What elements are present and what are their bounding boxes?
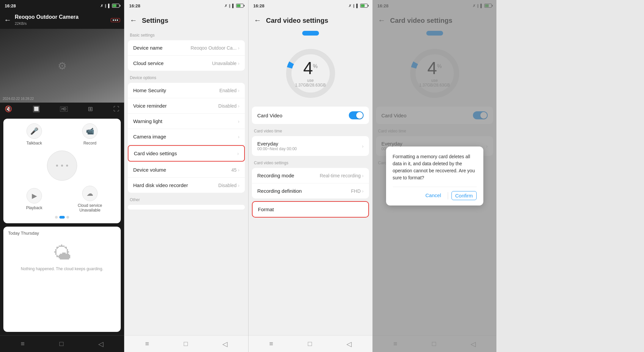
cloud-guard-icon: 🌤 (53, 242, 71, 264)
talkback-button[interactable]: 🎤 Talkback (8, 123, 60, 145)
dialog-divider (448, 192, 448, 199)
hard-disk-value: Disabled › (218, 183, 239, 188)
cloud-service-row[interactable]: Cloud service Unavailable › (128, 56, 245, 71)
record-icon: 📹 (82, 123, 98, 139)
signal-icon-2: ▌ (232, 4, 235, 8)
dot-active (59, 216, 65, 219)
cv-time-row[interactable]: Everyday 00:00~Next day 00:00 › (252, 136, 369, 156)
nav-menu-icon-2[interactable]: ≡ (145, 340, 149, 348)
storage-used: use 1.37GB/28.63GB (295, 78, 326, 87)
camera-gear-icon: ⚙ (58, 60, 67, 72)
back-button-1[interactable]: ← (4, 16, 11, 24)
nav-menu-icon-3[interactable]: ≡ (269, 340, 273, 348)
back-button-3[interactable]: ← (254, 16, 261, 25)
dialog-overlay: Formatting a memory card deletes all dat… (373, 0, 496, 352)
card-video-settings-value: › (237, 151, 239, 156)
dot3 (66, 165, 68, 167)
battery-icon-3 (360, 4, 368, 8)
battery-icon-1 (112, 4, 119, 8)
camera-speed: 22KB/s (15, 21, 26, 25)
storage-circle-area: 4% use 1.37GB/28.63GB (249, 38, 372, 105)
device-name-row[interactable]: Device name Reoqoo Outdoor Ca... › (128, 40, 245, 56)
battery-icon-2 (236, 4, 244, 8)
record-label: Record (84, 141, 97, 145)
joystick-area (8, 149, 116, 182)
playback-button[interactable]: ▶ Playback (8, 188, 60, 210)
nav-back-icon-3[interactable]: ◁ (346, 340, 352, 348)
recording-def-label: Recording definition (257, 188, 302, 194)
today-title: Today Thursday (8, 231, 116, 236)
today-section: Today Thursday 🌤 Nothing happened. The c… (3, 227, 121, 332)
card-video-header: ← Card video settings (249, 11, 372, 30)
dot1 (56, 165, 58, 167)
home-security-label: Home Security (133, 87, 166, 93)
chevron-vr: › (238, 103, 239, 109)
dot-inactive-1 (55, 216, 58, 219)
recording-mode-row[interactable]: Recording mode Real-time recording › (252, 168, 369, 183)
joystick-dots (55, 164, 69, 168)
voice-reminder-row[interactable]: Voice reminder Disabled › (128, 98, 245, 114)
nav-back-icon-1[interactable]: ◁ (98, 340, 103, 348)
joystick-control[interactable] (47, 151, 77, 181)
bottom-nav-3: ≡ □ ◁ (249, 335, 372, 352)
warning-light-row[interactable]: Warning light › (128, 114, 245, 129)
hd-icon[interactable]: HD (60, 107, 67, 112)
card-video-settings-row[interactable]: Card video settings › (128, 145, 245, 162)
cloud-service-value: Unavailable › (212, 61, 239, 66)
card-video-toggle[interactable] (349, 111, 364, 119)
wifi-icon: ∥ (105, 4, 107, 8)
recording-mode-label: Recording mode (257, 173, 294, 178)
cv-time-info: Everyday 00:00~Next day 00:00 (257, 141, 297, 151)
confirm-button[interactable]: Confirm (451, 191, 477, 200)
chevron-2: › (238, 61, 239, 66)
device-name-value: Reoqoo Outdoor Ca... › (191, 45, 239, 51)
chevron-rm: › (362, 173, 364, 178)
camera-image-row[interactable]: Camera image › (128, 129, 245, 144)
section-label-basic: Basic settings (124, 30, 248, 39)
record-button[interactable]: 📹 Record (64, 123, 116, 145)
back-button-2[interactable]: ← (130, 16, 137, 25)
other-placeholder (128, 205, 245, 210)
ai-icon[interactable]: 🔲 (33, 105, 40, 113)
playback-label: Playback (26, 206, 43, 210)
chevron-hs: › (238, 88, 239, 93)
nav-home-icon-3[interactable]: □ (308, 340, 312, 348)
cv-settings-card: Recording mode Real-time recording › Rec… (252, 168, 369, 198)
device-volume-label: Device volume (133, 167, 166, 173)
card-video-title: Card video settings (266, 17, 328, 24)
nav-home-icon-1[interactable]: □ (59, 340, 63, 348)
recording-mode-value: Real-time recording › (320, 173, 364, 178)
cancel-button[interactable]: Cancel (422, 191, 444, 200)
basic-settings-card: Device name Reoqoo Outdoor Ca... › Cloud… (128, 40, 245, 71)
bottom-nav-1: ≡ □ ◁ (0, 335, 124, 352)
mute-icon[interactable]: 🔇 (5, 105, 12, 113)
split-icon[interactable]: ⊞ (88, 105, 93, 113)
settings-header: ← Settings (124, 11, 248, 30)
camera-header: ← Reoqoo Outdoor Camera 22KB/s (0, 11, 124, 29)
hard-disk-row[interactable]: Hard disk video recorder Disabled › (128, 178, 245, 193)
more-menu-button[interactable] (111, 18, 120, 22)
format-button[interactable]: Format (252, 201, 369, 218)
camera-image-label: Camera image (133, 134, 166, 139)
cloud-label-line1: Cloud service (78, 203, 102, 208)
nav-home-icon-2[interactable]: □ (184, 340, 188, 348)
panel-camera: 16:28 ✗ ∥ ▌ ← Reoqoo Outdoor Camera 22KB… (0, 0, 124, 352)
dot2 (61, 165, 63, 167)
battery-fill-3 (361, 4, 365, 7)
chevron-cvs: › (237, 151, 239, 156)
device-volume-row[interactable]: Device volume 45 › (128, 162, 245, 178)
device-name-label: Device name (133, 45, 163, 51)
dot-inactive-2 (66, 216, 69, 219)
cloud-service-button[interactable]: ☁ Cloud service Unavailable (64, 186, 116, 213)
talkback-icon: 🎤 (26, 123, 42, 139)
wifi-icon-2: ∥ (229, 4, 231, 8)
nav-back-icon-2[interactable]: ◁ (222, 340, 227, 348)
panel-settings: 16:28 ✗ ∥ ▌ ← Settings Basic settings De… (124, 0, 248, 352)
chevron-dv: › (238, 167, 239, 173)
status-bar-2: 16:28 ✗ ∥ ▌ (124, 0, 248, 11)
wifi-icon-3: ∥ (353, 4, 355, 8)
home-security-row[interactable]: Home Security Enabled › (128, 83, 245, 98)
nav-menu-icon-1[interactable]: ≡ (21, 340, 25, 348)
fullscreen-icon[interactable]: ⛶ (113, 106, 119, 113)
recording-def-row[interactable]: Recording definition FHD › (252, 183, 369, 198)
